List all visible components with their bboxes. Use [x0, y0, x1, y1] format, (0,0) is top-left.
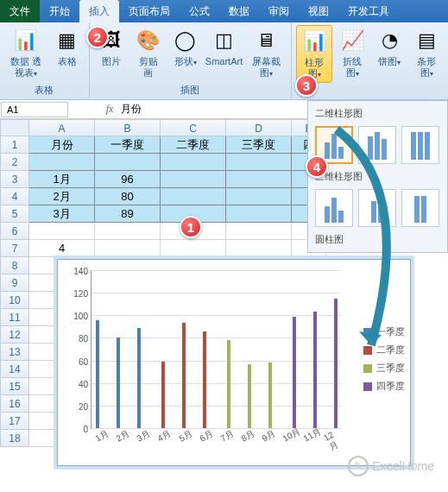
tab-view[interactable]: 视图	[299, 0, 338, 22]
chart-bar	[293, 317, 296, 428]
name-box[interactable]: A1	[1, 102, 68, 117]
fx-icon[interactable]: fx	[104, 103, 116, 116]
line-chart-icon: 📈	[338, 27, 366, 54]
cell[interactable]: 月份	[29, 136, 95, 154]
tab-data[interactable]: 数据	[219, 0, 259, 22]
cell[interactable]: 2月	[29, 188, 95, 205]
gallery-title-3d: 三维柱形图	[312, 167, 444, 186]
chart-legend: 一季度二季度三季度四季度	[363, 320, 405, 398]
cell[interactable]	[226, 223, 292, 240]
chart-type-3d-clustered[interactable]	[315, 189, 353, 227]
select-all-corner[interactable]	[0, 119, 29, 136]
tab-home[interactable]: 开始	[40, 0, 79, 22]
cell[interactable]	[95, 154, 161, 171]
cell[interactable]: 一季度	[95, 136, 161, 154]
row-header[interactable]: 17	[0, 413, 29, 430]
row-header[interactable]: 4	[0, 188, 29, 205]
pie-chart-button[interactable]: ◔饼图▾	[372, 25, 407, 70]
row-header[interactable]: 10	[0, 292, 29, 309]
clipart-button[interactable]: 🎨剪贴画	[131, 25, 166, 80]
row-header[interactable]: 12	[0, 326, 29, 344]
cell[interactable]	[29, 154, 95, 171]
cell[interactable]: 80	[95, 188, 161, 205]
pivot-icon: 📊	[12, 27, 40, 54]
cell[interactable]	[226, 154, 292, 171]
row-header[interactable]: 15	[0, 378, 29, 395]
cell[interactable]	[161, 171, 226, 188]
cell[interactable]	[226, 188, 292, 205]
chart-bar	[137, 328, 141, 428]
x-axis-label: 7月	[218, 428, 236, 445]
row-header[interactable]: 5	[0, 205, 29, 223]
chart-type-3d-stacked[interactable]	[358, 189, 396, 227]
col-header[interactable]: D	[226, 119, 292, 136]
chart-bar	[182, 323, 186, 428]
cell[interactable]	[226, 205, 292, 223]
tab-review[interactable]: 审阅	[259, 0, 299, 22]
line-chart-button[interactable]: 📈折线图▾	[335, 25, 369, 81]
chart-type-stacked[interactable]	[358, 126, 396, 164]
row-header[interactable]: 9	[0, 274, 29, 292]
smartart-button[interactable]: ◫SmartArt	[205, 25, 243, 69]
tab-file[interactable]: 文件	[0, 0, 40, 22]
cell[interactable]	[226, 240, 292, 257]
chart-type-stacked100[interactable]	[401, 126, 439, 164]
gallery-title-cyl: 圆柱图	[312, 230, 444, 249]
cell[interactable]	[161, 188, 226, 205]
cell[interactable]	[29, 223, 95, 240]
row-header[interactable]: 16	[0, 395, 29, 413]
plot-area: 020406080100120140 1月2月3月4月5月6月7月8月9月10月…	[91, 270, 341, 429]
x-axis-label: 4月	[156, 428, 174, 445]
tab-insert[interactable]: 插入	[79, 0, 119, 22]
chart-bar	[227, 340, 230, 428]
cell[interactable]	[226, 171, 292, 188]
cell[interactable]: 4	[29, 240, 95, 257]
row-header[interactable]: 11	[0, 309, 29, 326]
col-header[interactable]: C	[161, 119, 226, 136]
col-header[interactable]: B	[95, 119, 161, 136]
annotation-badge-3: 3	[295, 74, 318, 97]
tab-layout[interactable]: 页面布局	[119, 0, 180, 22]
cell[interactable]	[161, 154, 226, 171]
cell[interactable]: 三季度	[226, 136, 292, 154]
chart-bar	[117, 337, 120, 428]
cell[interactable]: 二季度	[161, 136, 226, 154]
gallery-title-2d: 二维柱形图	[312, 104, 444, 123]
chart-type-3d-stacked100[interactable]	[401, 189, 439, 227]
tab-dev[interactable]: 开发工具	[338, 0, 399, 22]
row-header[interactable]: 18	[0, 430, 29, 447]
col-header[interactable]: A	[29, 119, 95, 136]
x-axis-label: 9月	[260, 428, 277, 445]
legend-item: 四季度	[363, 380, 405, 393]
cell[interactable]	[161, 240, 226, 257]
bar-chart-button[interactable]: ▤条形图▾	[409, 25, 444, 81]
cell[interactable]: 1月	[29, 171, 95, 188]
chart-bar	[313, 312, 317, 428]
cell[interactable]: 3月	[29, 205, 95, 223]
cell[interactable]	[95, 223, 161, 240]
row-header[interactable]: 2	[0, 154, 29, 171]
tab-formula[interactable]: 公式	[180, 0, 219, 22]
table-button[interactable]: ▦表格	[50, 25, 85, 69]
screenshot-button[interactable]: 🖥屏幕截图▾	[245, 25, 287, 81]
row-header[interactable]: 3	[0, 171, 29, 188]
x-axis-label: 1月	[93, 428, 110, 445]
cell[interactable]: 96	[95, 171, 161, 188]
chart-bar	[248, 364, 251, 429]
chart-bar	[268, 363, 272, 428]
row-header[interactable]: 14	[0, 361, 29, 378]
row-header[interactable]: 8	[0, 257, 29, 274]
chart-object[interactable]: 020406080100120140 1月2月3月4月5月6月7月8月9月10月…	[57, 259, 411, 466]
row-header[interactable]: 6	[0, 223, 29, 240]
pivot-button[interactable]: 📊数据 透视表▾	[4, 25, 47, 81]
shapes-button[interactable]: ◯形状▾	[168, 25, 203, 70]
smartart-icon: ◫	[211, 27, 238, 54]
screenshot-icon: 🖥	[252, 27, 280, 54]
cell[interactable]: 89	[95, 205, 161, 223]
row-header[interactable]: 1	[0, 136, 29, 154]
chart-gallery: 二维柱形图 三维柱形图 圆柱图	[307, 100, 448, 253]
cell[interactable]	[95, 240, 161, 257]
row-header[interactable]: 13	[0, 344, 29, 361]
group-illustrations: 插图	[94, 84, 287, 98]
row-header[interactable]: 7	[0, 240, 29, 257]
